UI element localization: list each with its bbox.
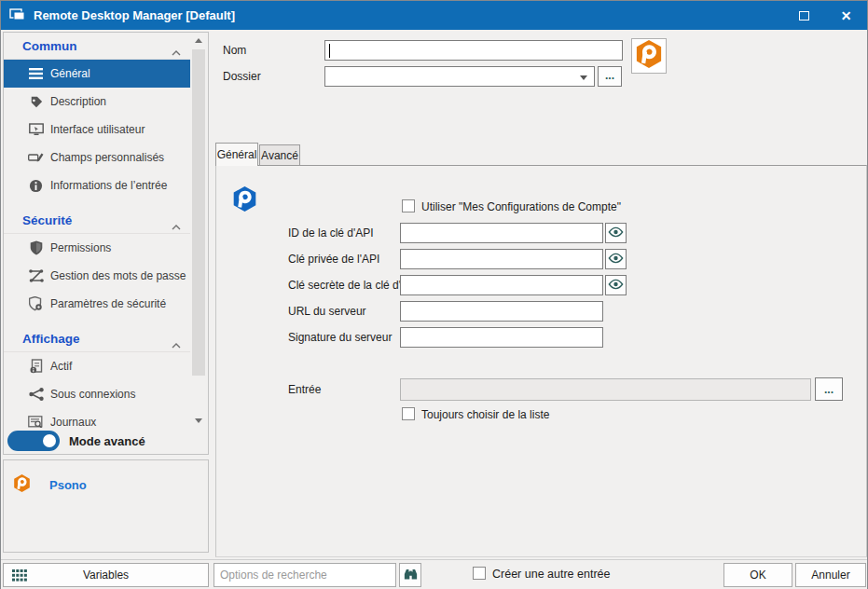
create-another-label: Créer une autre entrée — [492, 568, 610, 581]
section-header-securite[interactable]: Sécurité — [4, 207, 190, 234]
sidebar-item-journaux[interactable]: Journaux — [4, 408, 190, 428]
sidebar-item-actif[interactable]: Actif — [4, 352, 190, 380]
combo-dropdown-icon[interactable] — [580, 75, 587, 80]
sidebar-item-label: Journaux — [50, 416, 96, 428]
api-private-key-reveal-button[interactable] — [605, 249, 627, 269]
close-button[interactable]: ✕ — [825, 1, 867, 30]
sidebar-item-permissions[interactable]: Permissions — [4, 234, 190, 262]
server-url-label: URL du serveur — [288, 305, 366, 318]
tab-general[interactable]: Général — [215, 143, 258, 166]
psono-plugin-panel[interactable]: Psono — [3, 459, 209, 553]
chevron-up-icon — [172, 336, 181, 352]
section-header-affichage[interactable]: Affichage — [4, 325, 190, 352]
server-url-input[interactable] — [400, 301, 603, 322]
sidebar-item-general[interactable]: Général — [4, 60, 190, 88]
settings-sidebar: Commun Général Description Interfac — [3, 32, 209, 455]
api-secret-key-reveal-button[interactable] — [605, 275, 627, 295]
scroll-up-icon[interactable] — [190, 34, 207, 48]
footer-bar: Variables Créer une autre entrée OK Annu… — [1, 559, 867, 589]
advanced-mode-toggle[interactable] — [7, 431, 60, 451]
folder-label: Dossier — [223, 70, 261, 83]
sidebar-item-label: Gestion des mots de passe — [50, 269, 186, 282]
cancel-button[interactable]: Annuler — [795, 563, 866, 587]
eye-icon — [608, 277, 624, 294]
sidebar-item-label: Interface utilisateur — [50, 123, 145, 136]
eye-icon — [608, 225, 624, 241]
sidebar-scrollbar[interactable] — [190, 34, 207, 428]
sidebar-item-parametres-securite[interactable]: Paramètres de sécurité — [4, 290, 190, 318]
menu-icon — [28, 66, 44, 82]
api-private-key-input[interactable] — [400, 249, 603, 269]
tag-icon — [28, 94, 44, 110]
advanced-mode-row: Mode avancé — [4, 428, 208, 454]
chevron-up-icon — [172, 43, 181, 60]
maximize-icon — [799, 11, 809, 21]
psono-logo-orange-icon — [635, 39, 663, 73]
sidebar-item-champs-personnalises[interactable]: Champs personnalisés — [4, 144, 190, 171]
field-edit-icon — [28, 150, 44, 166]
api-key-id-input[interactable] — [400, 223, 603, 243]
document-info-icon — [28, 359, 44, 375]
name-input[interactable] — [324, 40, 623, 61]
section-header-commun[interactable]: Commun — [4, 33, 190, 60]
binoculars-icon — [403, 568, 419, 583]
scroll-down-icon[interactable] — [190, 414, 207, 428]
sidebar-item-label: Actif — [50, 360, 72, 373]
text-caret — [329, 44, 330, 58]
psono-plugin-label: Psono — [49, 478, 87, 492]
name-label: Nom — [223, 44, 246, 57]
sidebar-item-label: Permissions — [50, 241, 111, 254]
entry-input — [400, 378, 811, 401]
sidebar-item-description[interactable]: Description — [4, 88, 190, 116]
server-signature-input[interactable] — [400, 327, 603, 348]
tab-avance[interactable]: Avancé — [259, 144, 300, 166]
create-another-checkbox[interactable] — [473, 567, 486, 580]
api-secret-key-input[interactable] — [400, 275, 603, 295]
api-key-id-label: ID de la clé d'API — [288, 226, 374, 240]
api-private-key-label: Clé privée de l'API — [288, 253, 379, 266]
sidebar-item-gestion-mots-de-passe[interactable]: Gestion des mots de passe — [4, 262, 190, 290]
monitor-icon — [28, 122, 44, 138]
eye-icon — [608, 251, 624, 267]
maximize-button[interactable] — [783, 1, 825, 30]
shield-icon — [28, 240, 44, 256]
api-key-id-reveal-button[interactable] — [605, 223, 627, 243]
server-signature-label: Signature du serveur — [288, 331, 392, 344]
info-icon — [28, 178, 44, 194]
remote-desktop-manager-window: Remote Desktop Manager [Default] ✕ Commu… — [0, 0, 868, 589]
chevron-up-icon — [172, 217, 181, 234]
use-account-config-label: Utiliser "Mes Configurations de Compte" — [421, 200, 621, 213]
sidebar-item-label: Paramètres de sécurité — [50, 297, 166, 310]
advanced-mode-label: Mode avancé — [69, 434, 145, 448]
variables-grid-icon — [12, 569, 27, 584]
entry-label: Entrée — [288, 383, 321, 396]
scrollbar-thumb[interactable] — [192, 49, 205, 376]
entry-type-logo-box — [631, 38, 667, 74]
close-icon: ✕ — [841, 9, 852, 22]
search-input[interactable] — [214, 563, 396, 587]
psono-logo-blue-icon — [232, 185, 257, 216]
always-choose-checkbox[interactable] — [402, 407, 415, 420]
sidebar-item-label: Description — [50, 95, 106, 108]
use-account-config-checkbox[interactable] — [402, 199, 415, 212]
window-title: Remote Desktop Manager [Default] — [34, 8, 235, 22]
password-path-icon — [28, 268, 44, 284]
share-icon — [28, 387, 44, 403]
sidebar-item-label: Informations de l’entrée — [50, 179, 167, 192]
sidebar-item-sous-connexions[interactable]: Sous connexions — [4, 380, 190, 408]
titlebar: Remote Desktop Manager [Default] ✕ — [1, 1, 867, 30]
app-window-icon — [9, 8, 26, 22]
toggle-knob — [43, 434, 56, 447]
folder-browse-button[interactable]: ... — [598, 66, 622, 87]
psono-logo-orange-icon — [13, 473, 31, 497]
entry-browse-button[interactable]: ... — [815, 377, 843, 401]
ok-button[interactable]: OK — [723, 563, 792, 587]
sidebar-item-interface-utilisateur[interactable]: Interface utilisateur — [4, 116, 190, 144]
variables-button[interactable]: Variables — [3, 563, 209, 587]
folder-combobox[interactable] — [324, 66, 595, 87]
log-search-icon — [28, 415, 44, 429]
search-button[interactable] — [399, 563, 421, 587]
sidebar-item-label: Sous connexions — [50, 388, 135, 401]
always-choose-label: Toujours choisir de la liste — [421, 408, 549, 421]
sidebar-item-informations-entree[interactable]: Informations de l’entrée — [4, 171, 190, 199]
